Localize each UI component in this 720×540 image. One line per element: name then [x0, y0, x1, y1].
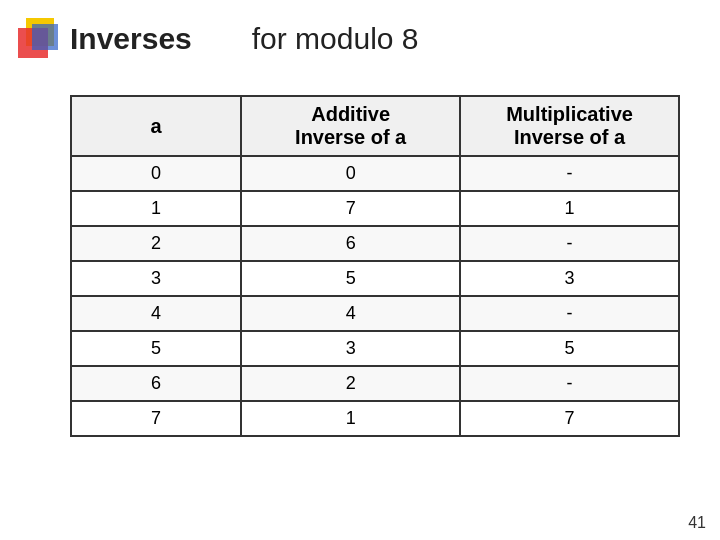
cell-multiplicative: 1 — [460, 191, 679, 226]
cell-multiplicative: - — [460, 156, 679, 191]
cell-multiplicative: 3 — [460, 261, 679, 296]
table-row: 26- — [71, 226, 679, 261]
header-subtitle: for modulo 8 — [252, 22, 419, 56]
table-row: 00- — [71, 156, 679, 191]
table-row: 353 — [71, 261, 679, 296]
cell-additive: 5 — [241, 261, 460, 296]
cell-additive: 0 — [241, 156, 460, 191]
cell-additive: 4 — [241, 296, 460, 331]
cell-additive: 3 — [241, 331, 460, 366]
header-title: Inverses — [70, 22, 192, 56]
cell-a: 6 — [71, 366, 241, 401]
cell-additive: 7 — [241, 191, 460, 226]
table-row: 62- — [71, 366, 679, 401]
cell-a: 5 — [71, 331, 241, 366]
table-header-row: a AdditiveInverse of a MultiplicativeInv… — [71, 96, 679, 156]
col-header-a: a — [71, 96, 241, 156]
cell-multiplicative: - — [460, 366, 679, 401]
cell-a: 3 — [71, 261, 241, 296]
col-header-additive: AdditiveInverse of a — [241, 96, 460, 156]
cell-multiplicative: - — [460, 226, 679, 261]
cell-a: 2 — [71, 226, 241, 261]
col-header-multiplicative: MultiplicativeInverse of a — [460, 96, 679, 156]
table-row: 717 — [71, 401, 679, 436]
cell-additive: 2 — [241, 366, 460, 401]
cell-multiplicative: 5 — [460, 331, 679, 366]
decorative-squares — [18, 18, 66, 66]
cell-multiplicative: - — [460, 296, 679, 331]
cell-additive: 1 — [241, 401, 460, 436]
inverses-table: a AdditiveInverse of a MultiplicativeInv… — [70, 95, 680, 437]
cell-a: 7 — [71, 401, 241, 436]
cell-multiplicative: 7 — [460, 401, 679, 436]
table-row: 44- — [71, 296, 679, 331]
cell-additive: 6 — [241, 226, 460, 261]
inverses-table-container: a AdditiveInverse of a MultiplicativeInv… — [70, 95, 680, 437]
table-row: 535 — [71, 331, 679, 366]
cell-a: 0 — [71, 156, 241, 191]
deco-blue-square — [32, 24, 58, 50]
cell-a: 4 — [71, 296, 241, 331]
table-row: 171 — [71, 191, 679, 226]
cell-a: 1 — [71, 191, 241, 226]
header: Inverses for modulo 8 — [70, 22, 419, 56]
page-number: 41 — [688, 514, 706, 532]
